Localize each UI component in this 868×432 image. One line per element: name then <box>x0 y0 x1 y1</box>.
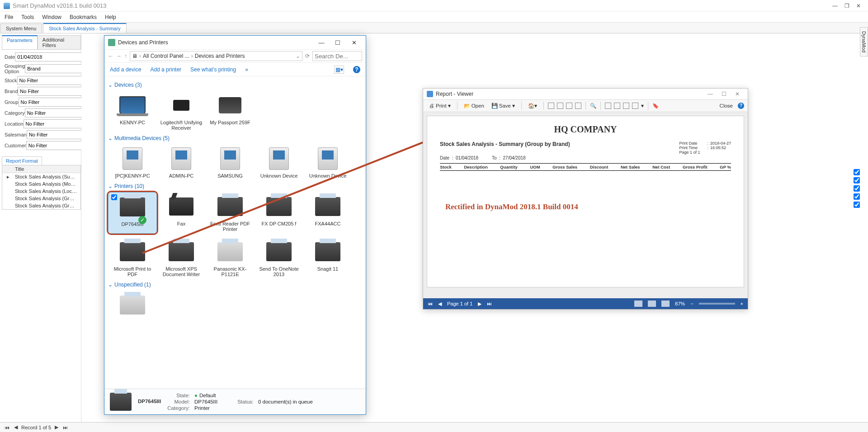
nav-last[interactable]: ⏭ <box>62 425 69 430</box>
printer-msprint[interactable]: Microsoft Print to PDF <box>108 237 157 279</box>
toggle-sidebar-icon[interactable] <box>548 103 554 109</box>
report-item-3[interactable]: Stock Sales Analysis (Grouping vs Monthl… <box>2 195 80 202</box>
back-button[interactable]: ← <box>108 53 113 59</box>
tab-system-menu[interactable]: System Menu <box>0 23 42 33</box>
printer-fax[interactable]: Fax <box>157 192 206 234</box>
find-icon[interactable]: 🔍 <box>590 103 596 109</box>
printer-fxdp[interactable]: FX DP CM205 f <box>255 192 303 234</box>
menu-window[interactable]: Window <box>42 14 61 20</box>
printer-onenote[interactable]: Send To OneNote 2013 <box>255 237 303 279</box>
rv-body[interactable]: HQ COMPANY Stock Sales Analysis - Summar… <box>423 112 748 298</box>
layout-1-icon[interactable] <box>605 103 611 109</box>
print-button[interactable]: 🖨Print▾ <box>427 102 453 110</box>
report-format-header[interactable]: Report Format <box>2 156 42 165</box>
device-passport[interactable]: My Passport 259F <box>206 91 255 132</box>
printer-foxit[interactable]: Foxit Reader PDF Printer <box>206 192 255 234</box>
mm-unknown-2[interactable]: Unknown Device <box>303 144 352 180</box>
home-button[interactable]: 🏠▾ <box>526 102 539 110</box>
up-button[interactable]: ↑ <box>124 53 127 59</box>
see-printing-link[interactable]: See what's printing <box>190 66 236 73</box>
tab-stock-sales[interactable]: Stock Sales Analysis - Summary <box>43 23 126 33</box>
open-button[interactable]: 📂Open <box>462 102 486 110</box>
crumb-0[interactable]: All Control Panel ... <box>143 53 189 59</box>
menu-bookmarks[interactable]: Bookmarks <box>70 14 97 20</box>
crumb-1[interactable]: Devices and Printers <box>195 53 245 59</box>
param-input-group[interactable] <box>19 98 85 107</box>
add-device-link[interactable]: Add a device <box>110 66 141 73</box>
printer-panasonic[interactable]: Panasonic KX-P1121E <box>206 237 255 279</box>
layout-4-icon[interactable] <box>632 103 638 109</box>
menu-help[interactable]: Help <box>105 14 116 20</box>
more-toolbar[interactable]: » <box>245 66 248 73</box>
unspecified-item[interactable] <box>108 291 157 321</box>
subtab-parameters[interactable]: Parameters <box>2 35 38 49</box>
add-printer-link[interactable]: Add a printer <box>150 66 181 73</box>
refresh-button[interactable]: ⟳ <box>305 53 310 59</box>
minimize-button[interactable]: — <box>829 3 841 9</box>
param-input-brand[interactable] <box>18 87 85 96</box>
device-kenny-pc[interactable]: KENNY-PC <box>108 91 157 132</box>
menu-file[interactable]: File <box>5 14 13 20</box>
check-1[interactable] <box>854 177 860 183</box>
report-item-0[interactable]: Stock Sales Analysis (Summary) <box>2 173 80 180</box>
group-unspecified[interactable]: Unspecified (1) <box>108 279 362 291</box>
printer-msxps[interactable]: Microsoft XPS Document Writer <box>157 237 206 279</box>
view-cont-icon[interactable] <box>648 301 656 307</box>
dev-minimize-button[interactable]: — <box>313 39 330 46</box>
check-0[interactable] <box>854 169 860 175</box>
watermark-icon[interactable]: 🔖 <box>652 103 659 109</box>
rv-prev-page[interactable]: ◀ <box>438 301 442 307</box>
printer-check[interactable] <box>111 194 117 200</box>
group-devices[interactable]: Devices (3) <box>108 79 362 91</box>
rv-last-page[interactable]: ⏭ <box>487 301 492 306</box>
mm-unknown-1[interactable]: Unknown Device <box>255 144 303 180</box>
printer-fxa44[interactable]: FXA44ACC <box>303 192 352 234</box>
zoom-in-button[interactable]: + <box>741 301 743 306</box>
rv-close-button[interactable]: ✕ <box>731 91 744 97</box>
toggle-thumb-icon[interactable] <box>557 103 563 109</box>
side-vertical-tab[interactable]: DynaMod <box>860 27 868 56</box>
report-item-4[interactable]: Stock Sales Analysis (Grouping vs Locati… <box>2 202 80 209</box>
report-item-2[interactable]: Stock Sales Analysis (Location) <box>2 188 80 195</box>
group-printers[interactable]: Printers (10) <box>108 180 362 192</box>
rv-next-page[interactable]: ▶ <box>478 301 481 307</box>
param-input-date[interactable] <box>15 52 82 61</box>
zoom-slider[interactable] <box>699 303 735 305</box>
restore-button[interactable]: ❐ <box>841 3 853 9</box>
dev-maximize-button[interactable]: ☐ <box>330 39 346 46</box>
check-2[interactable] <box>854 185 860 192</box>
nav-prev[interactable]: ◀ <box>13 424 19 430</box>
subtab-additional-filters[interactable]: Additional Filters <box>38 35 81 49</box>
save-button[interactable]: 💾Save▾ <box>489 102 517 110</box>
mm-samsung[interactable]: SAMSUNG <box>206 144 255 180</box>
menu-tools[interactable]: Tools <box>21 14 34 20</box>
rv-help-button[interactable]: ? <box>738 103 744 109</box>
printer-dp7645iii[interactable]: ✓ DP7645III <box>108 192 157 234</box>
zoom-out-button[interactable]: − <box>690 301 693 306</box>
view-mode-button[interactable]: ▦▾ <box>334 66 344 74</box>
layout-3-icon[interactable] <box>623 103 629 109</box>
nav-next[interactable]: ▶ <box>54 424 59 430</box>
rv-first-page[interactable]: ⏮ <box>428 301 433 306</box>
view-multi-icon[interactable] <box>661 301 670 307</box>
toggle-outline-icon[interactable] <box>566 103 572 109</box>
view-single-icon[interactable] <box>634 301 642 307</box>
printer-snagit[interactable]: Snagit 11 <box>303 237 352 279</box>
toggle-columns-icon[interactable] <box>575 103 581 109</box>
check-4[interactable] <box>854 202 860 208</box>
device-logitech[interactable]: Logitech® Unifying Receiver <box>157 91 206 132</box>
mm-admin[interactable]: ADMIN-PC <box>157 144 206 180</box>
param-input-location[interactable] <box>24 119 90 128</box>
close-report-button[interactable]: Close <box>717 102 735 109</box>
search-input[interactable] <box>312 51 362 61</box>
rv-maximize-button[interactable]: ☐ <box>717 91 731 97</box>
help-button[interactable]: ? <box>353 66 360 73</box>
rv-minimize-button[interactable]: — <box>703 91 717 97</box>
close-button[interactable]: ✕ <box>853 3 864 9</box>
group-multimedia[interactable]: Multimedia Devices (5) <box>108 132 362 144</box>
report-item-1[interactable]: Stock Sales Analysis (Monthly) <box>2 180 80 188</box>
breadcrumb[interactable]: 🖥› All Control Panel ...› Devices and Pr… <box>130 51 302 61</box>
param-input-stock[interactable] <box>17 76 84 85</box>
mm-pckenny[interactable]: [PC]KENNY-PC <box>108 144 157 180</box>
forward-button[interactable]: → <box>116 53 122 59</box>
